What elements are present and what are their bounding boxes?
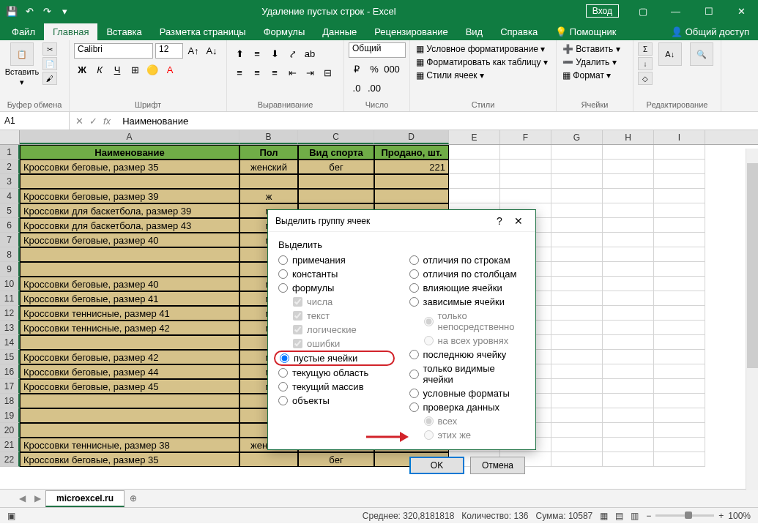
row-header[interactable]: 8: [0, 247, 20, 262]
align-bottom-icon[interactable]: ⬇: [267, 45, 283, 61]
cell[interactable]: Вид спорта: [298, 145, 374, 160]
column-header[interactable]: G: [551, 130, 603, 144]
cell[interactable]: [20, 247, 239, 262]
percent-icon[interactable]: %: [366, 61, 382, 77]
radio-option[interactable]: [278, 396, 288, 405]
zoom-slider[interactable]: [655, 514, 714, 517]
orientation-icon[interactable]: ⤤: [284, 45, 300, 61]
row-header[interactable]: 18: [0, 394, 20, 408]
cell[interactable]: [20, 262, 239, 277]
zoom-in-icon[interactable]: +: [718, 511, 724, 521]
cell[interactable]: Продано, шт.: [374, 145, 449, 160]
cell[interactable]: Кроссовки беговые, размер 40: [20, 233, 239, 247]
cell[interactable]: [654, 335, 705, 350]
radio-option[interactable]: [409, 370, 419, 379]
radio-option[interactable]: [278, 269, 288, 279]
vertical-scrollbar[interactable]: [746, 149, 758, 490]
zoom-out-icon[interactable]: −: [646, 511, 651, 521]
radio-option[interactable]: [409, 389, 419, 398]
cell[interactable]: [603, 394, 654, 408]
paste-button[interactable]: 📋 Вставить ▾: [4, 42, 40, 87]
row-header[interactable]: 1: [0, 145, 20, 160]
cell[interactable]: [551, 364, 603, 379]
cell[interactable]: [500, 189, 551, 203]
cell[interactable]: [551, 174, 603, 189]
tab-home[interactable]: Главная: [44, 23, 97, 40]
tab-help[interactable]: Справка: [491, 23, 546, 40]
row-header[interactable]: 22: [0, 452, 20, 467]
cell[interactable]: [551, 306, 603, 321]
find-select-button[interactable]: 🔍: [688, 42, 717, 66]
row-header[interactable]: 4: [0, 189, 20, 203]
decrease-decimal-icon[interactable]: .00: [366, 80, 382, 96]
cell[interactable]: Кроссовки беговые, размер 35: [20, 452, 239, 467]
row-header[interactable]: 6: [0, 218, 20, 233]
cell[interactable]: [654, 423, 705, 438]
close-icon[interactable]: ✕: [725, 0, 758, 22]
cell[interactable]: [603, 174, 654, 189]
cell[interactable]: [20, 423, 239, 438]
dialog-close-icon[interactable]: ✕: [509, 215, 528, 227]
cell[interactable]: [603, 203, 654, 218]
currency-icon[interactable]: ₽: [349, 61, 365, 77]
cell[interactable]: Кроссовки для баскетбола, размер 43: [20, 218, 239, 233]
fx-icon[interactable]: fx: [103, 116, 111, 127]
column-header[interactable]: F: [500, 130, 551, 144]
cell[interactable]: [551, 189, 603, 203]
column-header[interactable]: B: [239, 130, 298, 144]
cell[interactable]: женский: [239, 160, 298, 174]
cell[interactable]: [603, 321, 654, 335]
row-header[interactable]: 17: [0, 379, 20, 394]
cell[interactable]: [603, 218, 654, 233]
copy-icon[interactable]: 📄: [42, 57, 57, 70]
radio-option[interactable]: [409, 283, 419, 293]
next-sheet-icon[interactable]: ▶: [30, 493, 45, 503]
cell[interactable]: [20, 408, 239, 423]
tab-file[interactable]: Файл: [3, 23, 44, 40]
radio-option[interactable]: [409, 297, 419, 307]
cell[interactable]: [20, 174, 239, 189]
cell[interactable]: [603, 277, 654, 291]
cell[interactable]: [654, 145, 705, 160]
cell[interactable]: [239, 174, 298, 189]
cell[interactable]: Кроссовки для баскетбола, размер 39: [20, 203, 239, 218]
zoom-control[interactable]: − + 100%: [646, 511, 751, 521]
cell[interactable]: [551, 247, 603, 262]
increase-font-icon[interactable]: A↑: [185, 42, 201, 59]
cell[interactable]: Кроссовки беговые, размер 40: [20, 277, 239, 291]
cell[interactable]: [603, 189, 654, 203]
select-all-corner[interactable]: [0, 130, 20, 144]
cell[interactable]: [449, 189, 500, 203]
cell[interactable]: [449, 174, 500, 189]
minimize-icon[interactable]: —: [659, 0, 692, 22]
font-name-select[interactable]: Calibri: [74, 43, 153, 59]
tab-data[interactable]: Данные: [313, 23, 365, 40]
view-pagebreak-icon[interactable]: ▥: [631, 511, 639, 521]
row-header[interactable]: 16: [0, 364, 20, 379]
cell[interactable]: Кроссовки беговые, размер 44: [20, 364, 239, 379]
row-header[interactable]: 20: [0, 423, 20, 438]
cell[interactable]: [654, 203, 705, 218]
align-middle-icon[interactable]: ≡: [249, 45, 265, 61]
qat-dropdown-icon[interactable]: ▾: [57, 4, 72, 18]
align-top-icon[interactable]: ⬆: [231, 45, 248, 61]
cell[interactable]: [20, 335, 239, 350]
row-header[interactable]: 21: [0, 438, 20, 452]
cell[interactable]: [603, 379, 654, 394]
cell[interactable]: [654, 379, 705, 394]
row-header[interactable]: 12: [0, 306, 20, 321]
name-box[interactable]: A1: [0, 112, 70, 130]
row-header[interactable]: 3: [0, 174, 20, 189]
cell[interactable]: [449, 145, 500, 160]
radio-option[interactable]: [278, 283, 288, 293]
row-header[interactable]: 5: [0, 203, 20, 218]
ribbon-options-icon[interactable]: ▢: [626, 0, 659, 22]
comma-icon[interactable]: 000: [384, 61, 400, 77]
cell[interactable]: [603, 160, 654, 174]
cell[interactable]: [654, 438, 705, 452]
cell[interactable]: [551, 452, 603, 467]
cell[interactable]: [654, 277, 705, 291]
zoom-level[interactable]: 100%: [728, 511, 751, 521]
row-header[interactable]: 10: [0, 277, 20, 291]
cell-styles-button[interactable]: ▦ Стили ячеек ▾: [415, 69, 551, 82]
